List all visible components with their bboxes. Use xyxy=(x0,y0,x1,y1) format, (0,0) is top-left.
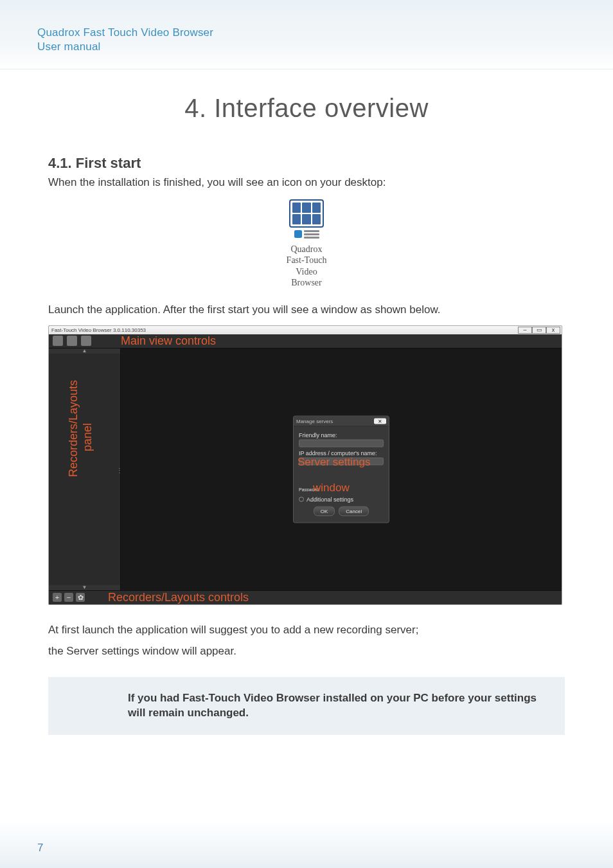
brand-title: Quadrox Fast Touch Video Browser xyxy=(37,26,613,40)
note-box: If you had Fast-Touch Video Browser inst… xyxy=(48,677,565,735)
after-text-1: At first launch the application will sug… xyxy=(48,623,565,638)
main-viewport: Manage servers ✕ Friendly name: IP addre… xyxy=(121,348,562,590)
minimize-button[interactable]: – xyxy=(518,327,532,334)
annotation-server-settings-2: window xyxy=(313,482,350,493)
maximize-button[interactable]: ▭ xyxy=(532,327,546,334)
annotation-main-controls: Main view controls xyxy=(121,334,216,348)
layout-icon[interactable] xyxy=(67,336,77,346)
dialog-title: Manage servers xyxy=(296,418,333,424)
server-settings-dialog: Manage servers ✕ Friendly name: IP addre… xyxy=(293,415,389,523)
scroll-down-icon[interactable]: ▼ xyxy=(49,585,120,590)
add-icon[interactable]: + xyxy=(53,593,62,602)
brand-subtitle: User manual xyxy=(37,40,613,54)
friendly-name-label: Friendly name: xyxy=(299,431,384,438)
annotation-side-panel: Recorders/Layouts xyxy=(67,380,80,477)
page-number: 7 xyxy=(37,842,43,854)
window-buttons: – ▭ x xyxy=(518,327,560,334)
bottom-toolbar: + − ✿ Recorders/Layouts controls xyxy=(49,590,562,604)
chevron-down-icon xyxy=(299,496,304,502)
app-screenshot: Fast-Touch Video Browser 3.0.110.30353 –… xyxy=(48,325,562,605)
window-title: Fast-Touch Video Browser 3.0.110.30353 xyxy=(51,327,146,333)
page-content: 4. Interface overview 4.1. First start W… xyxy=(0,69,613,735)
cancel-button[interactable]: Cancel xyxy=(339,506,369,516)
window-titlebar: Fast-Touch Video Browser 3.0.110.30353 –… xyxy=(49,326,562,334)
after-text-2: the Server settings window will appear. xyxy=(48,644,565,659)
section-title: 4. Interface overview xyxy=(48,94,565,123)
launch-text: Launch the application. After the first … xyxy=(48,303,565,318)
dialog-close-icon[interactable]: ✕ xyxy=(374,418,386,424)
ok-button[interactable]: OK xyxy=(314,506,335,516)
intro-text: When the installation is finished, you w… xyxy=(48,176,565,190)
app-icon-sub xyxy=(280,230,334,239)
page-header: Quadrox Fast Touch Video Browser User ma… xyxy=(0,0,613,69)
additional-settings-toggle[interactable]: Additional settings xyxy=(299,496,384,502)
gear-icon[interactable]: ✿ xyxy=(76,593,85,602)
settings-icon[interactable] xyxy=(81,336,91,346)
page-footer: 7 xyxy=(0,820,613,868)
app-icon-caption: Quadrox Fast-Touch Video Browser xyxy=(280,244,334,289)
subsection-title: 4.1. First start xyxy=(48,155,565,172)
friendly-name-input[interactable] xyxy=(299,439,384,447)
export-icon[interactable] xyxy=(53,336,63,346)
annotation-bottom-controls: Recorders/Layouts controls xyxy=(108,591,249,604)
scroll-up-icon[interactable]: ▲ xyxy=(49,348,120,354)
annotation-server-settings-1: Server settings xyxy=(298,456,370,467)
app-icon xyxy=(289,199,324,228)
annotation-side-panel2: panel xyxy=(81,423,94,451)
desktop-icon-figure: Quadrox Fast-Touch Video Browser xyxy=(280,199,334,289)
remove-icon[interactable]: − xyxy=(64,593,73,602)
recorders-layouts-panel[interactable]: ▲ Recorders/Layouts panel ⋮ ▼ xyxy=(49,348,121,590)
main-toolbar: Main view controls xyxy=(49,334,562,348)
note-text: If you had Fast-Touch Video Browser inst… xyxy=(128,691,546,721)
close-button[interactable]: x xyxy=(546,327,560,334)
